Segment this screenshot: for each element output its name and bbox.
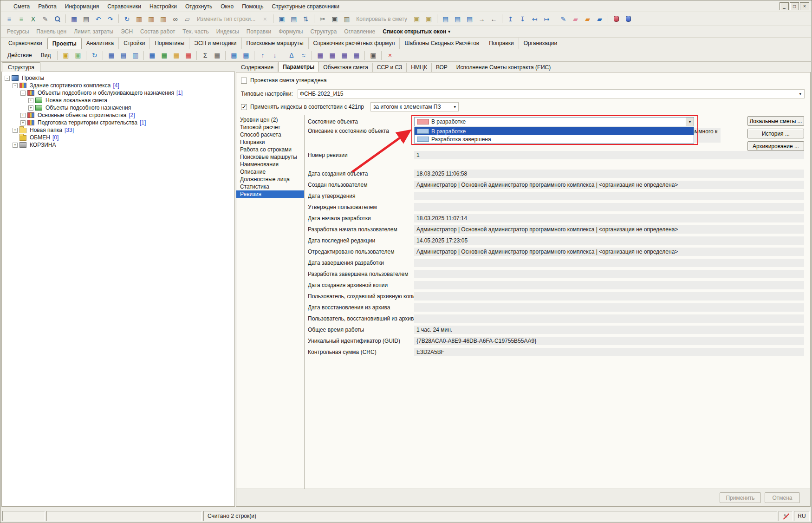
- delta-icon[interactable]: Δ: [286, 50, 297, 61]
- category-item[interactable]: Описание: [236, 168, 304, 176]
- draw-pencil-icon[interactable]: ✎: [558, 13, 569, 25]
- category-item[interactable]: Уровни цен (2): [236, 116, 304, 124]
- tab-structure[interactable]: Структура: [2, 62, 40, 72]
- tree-item[interactable]: +Новая локальная смета: [2, 97, 234, 104]
- insert-section-icon[interactable]: ▤: [452, 13, 463, 25]
- menu-smeta[interactable]: Смета: [9, 1, 34, 12]
- tree-expander[interactable]: +: [28, 105, 33, 111]
- view-glasses-icon[interactable]: ∞: [169, 13, 181, 25]
- category-item[interactable]: Способ расчета: [236, 131, 304, 138]
- table-small-icon[interactable]: ▤: [228, 50, 240, 61]
- panel-toggle-6[interactable]: Тех. часть: [179, 26, 212, 37]
- tree-item[interactable]: -Проекты: [2, 74, 234, 82]
- menu-strukturnye-spravochniki[interactable]: Структурные справочники: [267, 1, 344, 12]
- object-tab-4[interactable]: ССР и СЗ: [373, 63, 407, 72]
- close-button[interactable]: ×: [800, 2, 809, 10]
- main-tab-10[interactable]: Поправки: [484, 38, 519, 49]
- tree-item[interactable]: +Подготовка территории строительства[1]: [2, 119, 234, 126]
- state-option[interactable]: Разработка завершена: [415, 135, 694, 143]
- action-menu[interactable]: Действие: [3, 50, 36, 60]
- refresh-icon[interactable]: ↻: [89, 50, 100, 61]
- align-left-icon[interactable]: ↤: [529, 13, 540, 25]
- panel-toggle-4[interactable]: ЭСН: [117, 26, 136, 37]
- panel-toggle-1[interactable]: Ресурсы: [3, 26, 32, 37]
- price-mode3-icon[interactable]: ▦: [338, 50, 350, 61]
- price-mode4-icon[interactable]: ▦: [351, 50, 362, 61]
- excel-export-icon[interactable]: X: [27, 13, 39, 25]
- close-window-icon[interactable]: ×: [384, 50, 396, 61]
- menu-rabota[interactable]: Работа: [34, 1, 61, 12]
- tree-expander[interactable]: +: [28, 98, 33, 103]
- panel-toggle-7[interactable]: Индексы: [213, 26, 243, 37]
- main-tab-9[interactable]: Шаблоны Сводных Расчётов: [400, 38, 484, 49]
- state-option[interactable]: В разработке: [415, 127, 694, 135]
- marker-icon[interactable]: ▰: [582, 13, 593, 25]
- tree-item[interactable]: ОБМЕН[0]: [2, 134, 234, 141]
- sum-icon[interactable]: Σ: [199, 50, 211, 61]
- align-top-icon[interactable]: ↥: [505, 13, 516, 25]
- align-bottom-icon[interactable]: ↧: [517, 13, 528, 25]
- level-up-icon[interactable]: →: [476, 13, 487, 25]
- main-tab-7[interactable]: Поисковые маршруты: [242, 38, 309, 49]
- category-item[interactable]: Наименования: [236, 161, 304, 168]
- main-tab-6[interactable]: ЭСН и методики: [189, 38, 241, 49]
- view-table-icon[interactable]: ▦: [105, 50, 117, 61]
- category-item[interactable]: Должностные лица: [236, 176, 304, 183]
- panel-mode-icon[interactable]: ▰: [594, 13, 605, 25]
- category-item[interactable]: Статистика: [236, 183, 304, 190]
- add-item-icon[interactable]: ▣: [60, 50, 71, 61]
- main-tab-2[interactable]: Проекты: [47, 38, 82, 49]
- tree-expander[interactable]: -: [5, 76, 10, 81]
- preview-icon[interactable]: ▤: [288, 13, 299, 25]
- redo-icon[interactable]: ↷: [104, 13, 116, 25]
- tree-item[interactable]: +Новая папка[33]: [2, 126, 234, 134]
- tree-item[interactable]: -Объекты подсобного и обслуживающего наз…: [2, 89, 234, 97]
- menu-pomosch[interactable]: Помощь: [238, 1, 267, 12]
- search-icon[interactable]: [52, 13, 63, 25]
- view-cards-icon[interactable]: ▥: [130, 50, 141, 61]
- category-item[interactable]: Работа со строками: [236, 146, 304, 153]
- align-right-icon[interactable]: ↦: [541, 13, 552, 25]
- refresh-doc-icon[interactable]: ↻: [121, 13, 133, 25]
- database-blue-icon[interactable]: [623, 13, 634, 25]
- box-insert-icon[interactable]: ▥: [145, 13, 157, 25]
- minimize-button[interactable]: _: [780, 2, 789, 10]
- move-up-icon[interactable]: ↑: [257, 50, 268, 61]
- tree-expander[interactable]: -: [20, 91, 26, 96]
- view-menu[interactable]: Вид: [37, 50, 55, 60]
- apply-indexes-checkbox[interactable]: [241, 104, 247, 110]
- panels-icon[interactable]: ▣: [276, 13, 287, 25]
- category-item[interactable]: Типовой расчет: [236, 124, 304, 131]
- structure-append-icon[interactable]: ≡: [15, 13, 27, 25]
- typical-settings-combo[interactable]: ФСНБ-2022_И15 ▾: [298, 89, 805, 98]
- open-item-icon[interactable]: ▣: [72, 50, 84, 61]
- object-tab-3[interactable]: Объектная смета: [319, 63, 373, 72]
- object-state-combo[interactable]: В разработке ▾: [414, 117, 694, 126]
- category-item[interactable]: Поисковые маршруты: [236, 153, 304, 161]
- grid-red-icon[interactable]: ▦: [182, 50, 194, 61]
- main-tab-1[interactable]: Справочники: [4, 38, 47, 49]
- main-tab-11[interactable]: Организации: [519, 38, 563, 49]
- price-mode1-icon[interactable]: ▦: [314, 50, 326, 61]
- tree-expander[interactable]: -: [13, 83, 18, 88]
- tree-item[interactable]: +Основные объекты строительства[2]: [2, 111, 234, 119]
- restore-button[interactable]: □: [790, 2, 799, 10]
- panel-toggle-2[interactable]: Панель цен: [32, 26, 70, 37]
- tree-item[interactable]: -Здание спортивного комплекса[4]: [2, 82, 234, 89]
- view-list-icon[interactable]: ▤: [117, 50, 129, 61]
- sort-rows-icon[interactable]: ⇅: [300, 13, 312, 25]
- open-windows-button[interactable]: Список открытых окон ▾: [379, 26, 454, 37]
- main-tab-8[interactable]: Справочник расчётных формул: [309, 38, 400, 49]
- tree-expander[interactable]: +: [20, 120, 26, 125]
- structure-insert-icon[interactable]: ≡: [3, 13, 15, 25]
- category-item[interactable]: Поправки: [236, 138, 304, 146]
- menu-informacia[interactable]: Информация: [61, 1, 103, 12]
- main-tab-4[interactable]: Стройки: [119, 38, 150, 49]
- approx-icon[interactable]: ≈: [298, 50, 309, 61]
- save-icon[interactable]: ▦: [68, 13, 80, 25]
- cut-icon[interactable]: ✂: [317, 13, 328, 25]
- transport-icon[interactable]: ▱: [182, 13, 193, 25]
- local-estimates-button[interactable]: Локальные сметы ...: [747, 116, 804, 126]
- table-small2-icon[interactable]: ▤: [240, 50, 252, 61]
- price-mode2-icon[interactable]: ▦: [326, 50, 338, 61]
